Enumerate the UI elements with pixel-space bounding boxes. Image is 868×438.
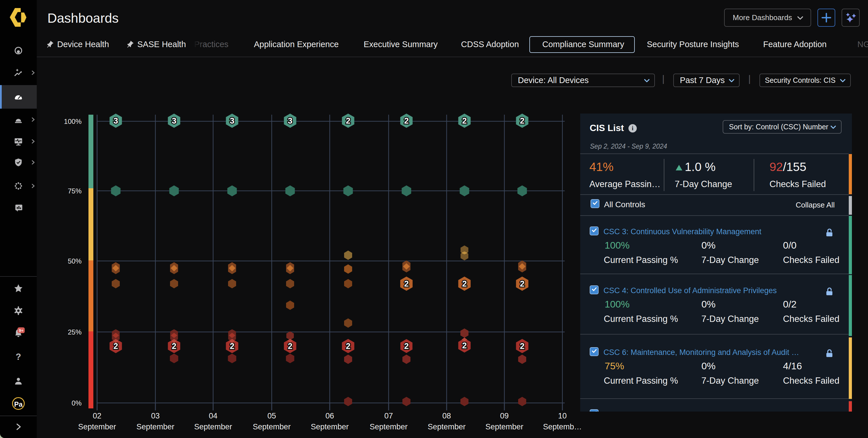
svg-text:2: 2 [404, 116, 409, 125]
svg-text:2: 2 [346, 116, 350, 125]
svg-text:08: 08 [442, 412, 451, 420]
svg-text:100%: 100% [64, 118, 82, 125]
svg-text:3: 3 [172, 116, 176, 125]
svg-text:September: September [311, 422, 349, 431]
svg-text:September: September [370, 422, 408, 431]
svg-text:2: 2 [404, 342, 409, 351]
svg-text:September: September [253, 422, 291, 431]
svg-text:2: 2 [462, 279, 467, 288]
svg-text:September: September [78, 422, 116, 431]
svg-text:2: 2 [404, 279, 409, 288]
svg-text:2: 2 [520, 279, 525, 288]
svg-text:3: 3 [288, 116, 292, 125]
svg-text:06: 06 [326, 412, 334, 420]
svg-text:2: 2 [462, 341, 467, 350]
svg-text:September: September [428, 422, 466, 431]
svg-text:09: 09 [500, 412, 509, 420]
svg-text:10: 10 [558, 412, 567, 420]
svg-text:2: 2 [346, 342, 350, 351]
svg-text:September: September [486, 422, 523, 431]
svg-text:03: 03 [151, 412, 160, 420]
svg-text:0%: 0% [71, 399, 82, 407]
svg-text:September: September [136, 422, 174, 431]
svg-text:05: 05 [268, 412, 276, 420]
svg-text:25%: 25% [68, 328, 82, 336]
svg-text:3: 3 [230, 116, 235, 125]
svg-text:07: 07 [384, 412, 393, 420]
svg-text:04: 04 [209, 412, 217, 420]
svg-text:50%: 50% [68, 257, 82, 265]
svg-text:75%: 75% [68, 187, 82, 195]
svg-text:Septemb…: Septemb… [543, 422, 582, 431]
svg-text:?: ? [16, 352, 21, 362]
svg-text:9+: 9+ [19, 328, 24, 333]
svg-text:September: September [194, 422, 232, 431]
svg-text:2: 2 [520, 342, 525, 351]
svg-text:3: 3 [114, 116, 118, 125]
svg-text:02: 02 [93, 412, 101, 420]
svg-text:2: 2 [462, 116, 467, 125]
svg-text:2: 2 [520, 116, 525, 125]
